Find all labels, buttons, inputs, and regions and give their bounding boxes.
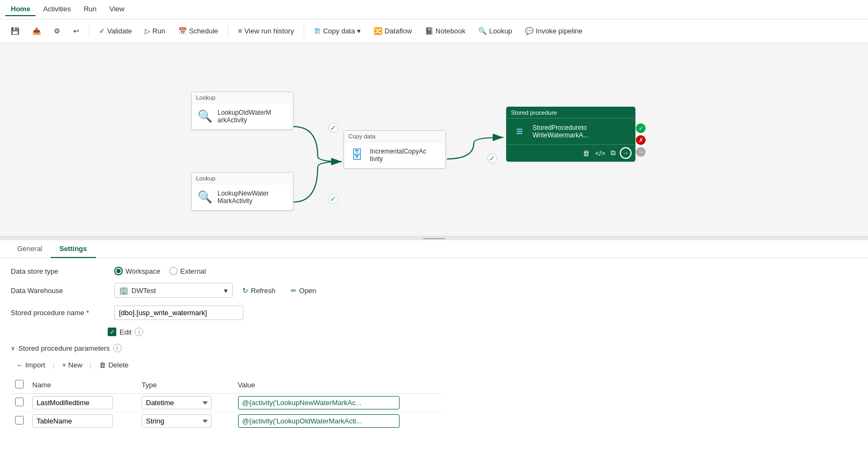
row1-checkbox[interactable] — [15, 398, 24, 406]
radio-external[interactable]: External — [169, 267, 206, 275]
params-table-header-row: Name Type Value — [11, 377, 442, 394]
row1-type-cell: Datetime String Int32 Boolean — [137, 394, 234, 412]
radio-workspace-circle — [114, 267, 123, 275]
edit-checkbox[interactable]: ✓ — [108, 328, 116, 336]
lookup-icon: 🔍 — [478, 27, 487, 35]
copy-data-chevron-icon: ▾ — [357, 27, 361, 35]
new-param-button[interactable]: + New — [57, 359, 88, 371]
radio-external-circle — [169, 267, 178, 275]
menu-activities[interactable]: Activities — [38, 3, 76, 16]
refresh-button[interactable]: ↻ Refresh — [237, 284, 281, 297]
run-icon: ▷ — [145, 27, 150, 35]
select-all-checkbox[interactable] — [15, 380, 24, 388]
menu-run[interactable]: Run — [78, 3, 102, 16]
schedule-icon: 📅 — [178, 27, 187, 35]
dataflow-button[interactable]: 🔀 Dataflow — [368, 24, 417, 38]
lookup1-icon: 🔍 — [196, 108, 213, 125]
radio-workspace[interactable]: Workspace — [114, 267, 160, 275]
delete-param-button[interactable]: 🗑 Delete — [94, 359, 134, 371]
stored-proc-name-input[interactable] — [114, 305, 243, 320]
edit-label: Edit — [120, 328, 131, 336]
settings-button[interactable]: ⚙ — [48, 24, 66, 38]
save-button[interactable]: 💾 — [5, 24, 25, 38]
table-row: Datetime String Int32 Boolean — [11, 394, 442, 412]
bottom-panel: General Settings Data store type Workspa… — [0, 240, 868, 459]
copydata-body: 🗄 IncrementalCopyActivity — [344, 142, 445, 168]
publish-button[interactable]: 📤 — [27, 24, 46, 38]
run-button[interactable]: ▷ Run — [139, 24, 171, 38]
copy-data-button[interactable]: 🖹 Copy data ▾ — [309, 24, 366, 38]
data-warehouse-label: Data Warehouse — [11, 287, 108, 295]
validate-button[interactable]: ✓ Validate — [94, 24, 137, 38]
view-run-history-button[interactable]: ≡ View run history — [233, 24, 299, 38]
copydata-node[interactable]: Copy data 🗄 IncrementalCopyActivity — [344, 130, 446, 169]
pipeline-canvas-area[interactable]: ✓ ✓ ✓ Lookup 🔍 LookupOldWaterMarkActivit… — [0, 43, 868, 237]
lookup-button[interactable]: 🔍 Lookup — [473, 24, 517, 38]
row2-name-input[interactable] — [32, 414, 113, 428]
required-asterisk: * — [86, 309, 89, 317]
plus-icon: + — [62, 361, 66, 369]
stored-proc-params-section: ∨ Stored procedure parameters i — [11, 344, 857, 352]
menu-home[interactable]: Home — [5, 3, 36, 16]
menu-view[interactable]: View — [104, 3, 130, 16]
data-store-type-label: Data store type — [11, 267, 108, 275]
menu-bar: Home Activities Run View — [0, 0, 868, 19]
copydata-name: IncrementalCopyActivity — [370, 148, 426, 163]
invoke-pipeline-button[interactable]: 💬 Invoke pipeline — [520, 24, 588, 38]
connector-check-3: ✓ — [487, 154, 497, 163]
copy-data-icon: 🖹 — [314, 27, 321, 35]
notebook-button[interactable]: 📓 Notebook — [419, 24, 471, 38]
tab-settings[interactable]: Settings — [51, 240, 95, 258]
row1-type-select[interactable]: Datetime String Int32 Boolean — [142, 396, 212, 409]
edit-checkbox-row: ✓ Edit i — [108, 328, 857, 336]
save-icon: 💾 — [11, 27, 19, 35]
copydata-icon: 🗄 — [348, 147, 366, 164]
import-button[interactable]: ← Import — [11, 359, 51, 371]
lookup2-node[interactable]: Lookup 🔍 LookupNewWaterMarkActivity — [191, 172, 293, 211]
row1-name-input[interactable] — [32, 396, 113, 409]
storedproc-body: ≡ StoredProceduretoWriteWatermarkA... — [507, 119, 635, 144]
lookup1-body: 🔍 LookupOldWaterMarkActivity — [192, 103, 293, 129]
storedproc-go-btn[interactable]: → — [620, 147, 632, 159]
data-warehouse-row: Data Warehouse 🏢 DWTest ▾ ↻ Refresh ✏ Op… — [11, 283, 857, 298]
row2-value-input[interactable] — [238, 414, 400, 428]
storedproc-delete-btn[interactable]: 🗑 — [582, 148, 591, 158]
dataflow-icon: 🔀 — [374, 27, 382, 35]
storedproc-icon: ≡ — [511, 123, 528, 140]
header-name-col: Name — [28, 377, 137, 394]
storedproc-code-btn[interactable]: </> — [594, 148, 606, 158]
data-store-type-row: Data store type Workspace External — [11, 267, 857, 275]
tab-general[interactable]: General — [9, 240, 51, 258]
connector-check-1: ✓ — [328, 123, 338, 133]
row2-checkbox[interactable] — [15, 416, 24, 425]
panel-tabs: General Settings — [0, 240, 868, 258]
row2-type-cell: Datetime String Int32 Boolean — [137, 412, 234, 430]
pencil-icon: ✏ — [291, 287, 297, 295]
row2-name-cell — [28, 412, 137, 430]
toolbar-separator-3 — [304, 25, 304, 38]
copydata-header: Copy data — [344, 131, 445, 142]
warehouse-building-icon: 🏢 — [119, 286, 128, 295]
open-button[interactable]: ✏ Open — [285, 284, 322, 297]
lookup2-header: Lookup — [192, 173, 293, 184]
stored-proc-name-row: Stored procedure name * — [11, 305, 857, 320]
schedule-button[interactable]: 📅 Schedule — [173, 24, 223, 38]
lookup1-node[interactable]: Lookup 🔍 LookupOldWaterMarkActivity — [191, 92, 293, 130]
storedproc-copy-btn[interactable]: ⧉ — [610, 148, 617, 158]
row1-value-input[interactable] — [238, 396, 400, 409]
run-history-icon: ≡ — [238, 27, 242, 35]
node-success-check: ✓ — [636, 123, 646, 133]
params-info-icon[interactable]: i — [113, 344, 122, 352]
collapse-btn[interactable]: ∨ — [11, 345, 15, 352]
warehouse-select[interactable]: 🏢 DWTest ▾ — [114, 283, 233, 298]
notebook-icon: 📓 — [425, 27, 433, 35]
node-fail-x: ✗ — [636, 135, 646, 145]
row1-name-cell — [28, 394, 137, 412]
row2-type-select[interactable]: Datetime String Int32 Boolean — [142, 414, 212, 428]
toolbar-separator-1 — [89, 25, 89, 38]
storedproc-header: Stored procedure — [507, 107, 635, 119]
storedproc-node[interactable]: Stored procedure ≡ StoredProceduretoWrit… — [506, 107, 635, 162]
undo-button[interactable]: ↩ — [68, 24, 85, 38]
edit-info-icon[interactable]: i — [135, 328, 143, 336]
gear-icon: ⚙ — [54, 27, 60, 35]
